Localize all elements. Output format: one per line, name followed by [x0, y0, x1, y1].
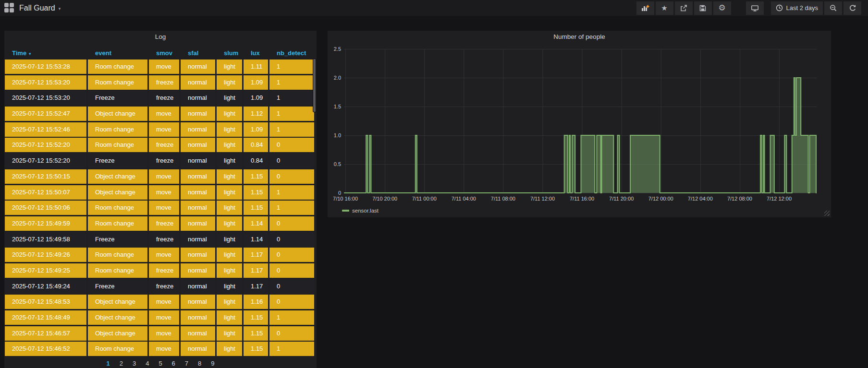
page-1[interactable]: 1	[101, 360, 114, 367]
add-panel-button[interactable]	[636, 1, 654, 15]
cell-sfal: normal	[181, 138, 215, 152]
cell-smov: freeze	[149, 216, 179, 231]
column-header-time[interactable]: Time▾	[5, 48, 86, 59]
table-row: 2025-07-12 15:48:49Object changemovenorm…	[5, 310, 316, 325]
cell-lux: 1.15	[244, 326, 268, 341]
page-2[interactable]: 2	[115, 360, 128, 367]
dashboard-title-picker[interactable]: Fall Guard ▾	[19, 4, 61, 12]
cell-event: Freeze	[88, 279, 147, 294]
cell-nb_detect: 0	[269, 248, 314, 262]
table-row: 2025-07-12 15:53:20Room changefreezenorm…	[5, 75, 316, 90]
cell-smov: move	[149, 169, 179, 184]
y-tick-label: 1.0	[329, 132, 341, 138]
cell-nb_detect: 0	[269, 154, 314, 168]
cell-slum: light	[217, 169, 242, 184]
cell-nb_detect: 1	[269, 185, 314, 200]
time-range-label: Last 2 days	[786, 4, 819, 12]
cell-event: Freeze	[88, 154, 147, 168]
legend-item[interactable]: sensor.last	[342, 208, 379, 214]
cell-smov: move	[149, 326, 179, 341]
y-tick-label: 2.0	[329, 75, 341, 81]
table-row: 2025-07-12 15:52:46Room changemovenormal…	[5, 122, 316, 137]
table-row: 2025-07-12 15:50:15Object changemovenorm…	[5, 169, 316, 184]
cell-event: Room change	[88, 216, 147, 231]
cell-lux: 1.15	[244, 342, 268, 356]
cell-sfal: normal	[181, 248, 215, 262]
cell-lux: 1.12	[244, 107, 268, 121]
time-range-picker[interactable]: Last 2 days	[771, 1, 823, 15]
cell-lux: 1.17	[244, 263, 268, 278]
cell-lux: 1.15	[244, 201, 268, 215]
log-panel: Log Time▾eventsmovsfalslumluxnb_detect 2…	[4, 31, 317, 368]
table-row: 2025-07-12 15:52:20Freezefreezenormallig…	[5, 154, 316, 168]
cell-slum: light	[217, 248, 242, 262]
zoom-out-button[interactable]	[824, 1, 842, 15]
table-row: 2025-07-12 15:49:24Freezefreezenormallig…	[5, 279, 316, 294]
cell-smov: move	[149, 310, 179, 325]
cell-slum: light	[217, 263, 242, 278]
cell-sfal: normal	[181, 326, 215, 341]
cell-time: 2025-07-12 15:49:59	[5, 216, 86, 231]
page-7[interactable]: 7	[180, 360, 193, 367]
cell-sfal: normal	[181, 185, 215, 200]
page-9[interactable]: 9	[206, 360, 219, 367]
cell-sfal: normal	[181, 91, 215, 105]
table-row: 2025-07-12 15:52:20Room changefreezenorm…	[5, 138, 316, 152]
star-button[interactable]: ★	[656, 1, 673, 15]
cell-time: 2025-07-12 15:46:52	[5, 342, 86, 356]
column-header-sfal[interactable]: sfal	[181, 48, 215, 59]
cell-nb_detect: 1	[269, 75, 314, 90]
log-panel-title[interactable]: Log	[4, 33, 317, 40]
page-5[interactable]: 5	[154, 360, 167, 367]
cell-smov: freeze	[149, 279, 179, 294]
cell-lux: 1.14	[244, 216, 268, 231]
cell-lux: 1.16	[244, 295, 268, 309]
navbar: Fall Guard ▾ ★ ⚙ Last 2 days	[0, 0, 868, 16]
page-6[interactable]: 6	[167, 360, 180, 367]
dashboard-grid-icon[interactable]	[4, 3, 14, 13]
chart-panel-title[interactable]: Number of people	[328, 33, 831, 40]
save-icon	[699, 4, 707, 12]
cell-time: 2025-07-12 15:46:57	[5, 326, 86, 341]
cell-event: Room change	[88, 75, 147, 90]
cell-event: Object change	[88, 169, 147, 184]
cell-event: Freeze	[88, 91, 147, 105]
cell-lux: 1.09	[244, 91, 268, 105]
x-tick-label: 7/12 04:00	[688, 196, 713, 202]
cell-sfal: normal	[181, 75, 215, 90]
cell-slum: light	[217, 154, 242, 168]
column-header-event[interactable]: event	[88, 48, 147, 59]
column-header-slum[interactable]: slum	[217, 48, 242, 59]
page-3[interactable]: 3	[128, 360, 141, 367]
cell-smov: move	[149, 185, 179, 200]
cell-slum: light	[217, 107, 242, 121]
cell-time: 2025-07-12 15:50:06	[5, 201, 86, 215]
panel-resize-handle[interactable]	[824, 211, 830, 216]
table-scrollbar-thumb[interactable]	[313, 59, 316, 112]
cell-event: Object change	[88, 107, 147, 121]
column-header-nb_detect[interactable]: nb_detect	[269, 48, 314, 59]
cycle-view-button[interactable]	[746, 1, 764, 15]
page-8[interactable]: 8	[193, 360, 206, 367]
cell-lux: 1.15	[244, 169, 268, 184]
cell-lux: 1.17	[244, 279, 268, 294]
cell-time: 2025-07-12 15:49:25	[5, 263, 86, 278]
column-header-lux[interactable]: lux	[244, 48, 268, 59]
number-of-people-panel: Number of people 00.51.01.52.02.57/10 16…	[328, 31, 831, 217]
page-4[interactable]: 4	[141, 360, 154, 367]
cell-event: Object change	[88, 295, 147, 309]
x-tick-label: 7/11 20:00	[609, 196, 634, 202]
chart-plot-area[interactable]	[344, 49, 817, 193]
table-row: 2025-07-12 15:48:53Object changemovenorm…	[5, 295, 316, 309]
save-button[interactable]	[694, 1, 712, 15]
settings-button[interactable]: ⚙	[713, 1, 731, 15]
column-header-smov[interactable]: smov	[149, 48, 179, 59]
share-button[interactable]	[675, 1, 693, 15]
page-title: Fall Guard	[19, 4, 55, 12]
cell-sfal: normal	[181, 122, 215, 137]
y-tick-label: 2.5	[329, 46, 341, 52]
legend-label: sensor.last	[352, 208, 379, 214]
cell-lux: 0.84	[244, 154, 268, 168]
cell-smov: move	[149, 295, 179, 309]
refresh-button[interactable]	[844, 1, 861, 15]
